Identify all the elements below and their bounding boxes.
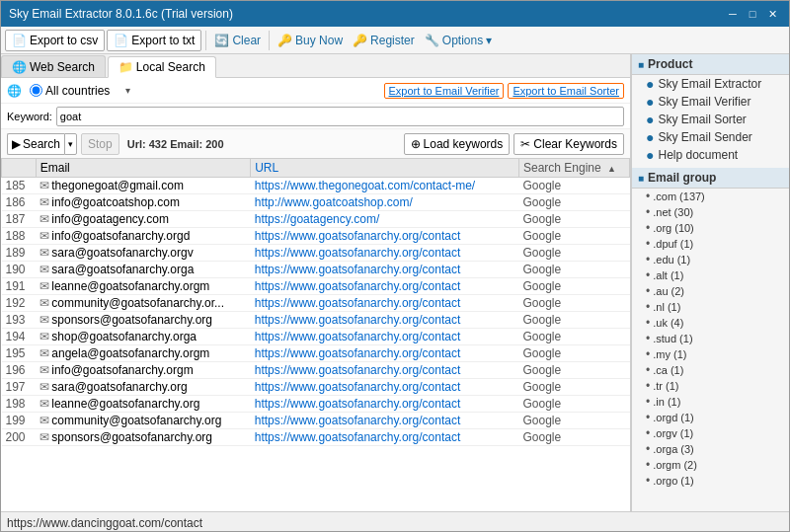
export-email-sorter-link[interactable]: Export to Email Sorter: [508, 83, 624, 99]
email-group-item[interactable]: •.orgd (1): [632, 410, 789, 425]
cell-url[interactable]: http://www.goatcoatshop.com/: [251, 194, 519, 211]
search-dropdown-button[interactable]: ▾: [64, 133, 77, 155]
email-group-item[interactable]: •.uk (4): [632, 315, 789, 331]
tab-local-search[interactable]: 📁 Local Search: [108, 56, 216, 78]
cell-url[interactable]: https://www.goatsofanarchy.org/contact: [251, 429, 519, 446]
export-email-verifier-link[interactable]: Export to Email Verifier: [384, 83, 505, 99]
table-row[interactable]: 193 ✉sponsors@goatsofanarchy.org https:/…: [2, 312, 630, 329]
stop-button[interactable]: Stop: [81, 133, 119, 155]
cell-url[interactable]: https://www.goatsofanarchy.org/contact: [251, 295, 519, 312]
email-group-item[interactable]: •.dpuf (1): [632, 236, 789, 252]
cell-url[interactable]: https://www.goatsofanarchy.org/contact: [251, 345, 519, 362]
buy-now-link[interactable]: 🔑 Buy Now: [274, 32, 347, 49]
cell-url[interactable]: https://www.goatsofanarchy.org/contact: [251, 312, 519, 329]
cell-url[interactable]: https://www.goatsofanarchy.org/contact: [251, 278, 519, 295]
email-group-item[interactable]: •.alt (1): [632, 267, 789, 283]
bullet-icon: •: [646, 379, 650, 393]
col-header-num[interactable]: [2, 159, 37, 178]
export-txt-button[interactable]: 📄 Export to txt: [107, 30, 201, 51]
cell-email: ✉info@goatagency.com: [36, 211, 250, 228]
email-group-item[interactable]: •.tr (1): [632, 378, 789, 394]
table-row[interactable]: 185 ✉thegonegoat@gmail.com https://www.t…: [2, 178, 630, 194]
cell-url[interactable]: https://goatagency.com/: [251, 211, 519, 228]
table-row[interactable]: 196 ✉info@goatsofanarchy.orgm https://ww…: [2, 362, 630, 379]
table-row[interactable]: 190 ✉sara@goatsofanarchy.orga https://ww…: [2, 262, 630, 278]
email-group-item[interactable]: •.orga (3): [632, 441, 789, 457]
cell-url[interactable]: https://www.thegonegoat.com/contact-me/: [251, 178, 519, 194]
tab-web-search[interactable]: 🌐 Web Search: [1, 55, 106, 77]
cell-url[interactable]: https://www.goatsofanarchy.org/contact: [251, 245, 519, 262]
table-row[interactable]: 192 ✉community@goatsofanarchy.or... http…: [2, 295, 630, 312]
all-countries-input[interactable]: [30, 84, 42, 97]
clear-link[interactable]: 🔄 Clear: [210, 32, 265, 49]
export-csv-button[interactable]: 📄 Export to csv: [5, 30, 105, 51]
table-row[interactable]: 195 ✉angela@goatsofanarchy.orgm https://…: [2, 345, 630, 362]
table-row[interactable]: 197 ✉sara@goatsofanarchy.org https://www…: [2, 379, 630, 396]
table-row[interactable]: 198 ✉leanne@goatsofanarchy.org https://w…: [2, 396, 630, 413]
cell-engine: Google: [518, 396, 629, 413]
bullet-icon: •: [646, 347, 650, 361]
email-group-item[interactable]: •.ca (1): [632, 362, 789, 378]
status-bar: https://www.dancinggoat.com/contact: [1, 511, 789, 532]
load-keywords-button[interactable]: ⊕ Load keywords: [404, 133, 511, 155]
table-row[interactable]: 187 ✉info@goatagency.com https://goatage…: [2, 211, 630, 228]
email-group-item[interactable]: •.com (137): [632, 189, 789, 204]
email-group-item[interactable]: •.nl (1): [632, 299, 789, 315]
email-group-item[interactable]: •.orgv (1): [632, 425, 789, 441]
bullet-icon: •: [646, 474, 650, 488]
cell-url[interactable]: https://www.goatsofanarchy.org/contact: [251, 329, 519, 345]
maximize-button[interactable]: □: [744, 5, 761, 23]
email-group-item[interactable]: •.net (30): [632, 204, 789, 220]
play-icon: ▶: [12, 137, 21, 151]
col-header-url[interactable]: URL: [251, 159, 519, 178]
close-button[interactable]: ✕: [763, 5, 781, 23]
cell-engine: Google: [518, 211, 629, 228]
email-group-item[interactable]: •.my (1): [632, 346, 789, 362]
clear-keywords-button[interactable]: ✂ Clear Keywords: [514, 133, 624, 155]
dropdown-arrow: ▾: [125, 85, 130, 96]
options-link[interactable]: 🔧 Options ▾: [421, 32, 496, 49]
col-header-engine[interactable]: Search Engine ▲: [518, 159, 629, 178]
app-title: Sky Email Extractor 8.0.1.6c (Trial vers…: [9, 7, 233, 21]
email-group-item[interactable]: •.in (1): [632, 394, 789, 410]
all-countries-radio[interactable]: All countries: [30, 84, 110, 98]
email-group-item[interactable]: •.au (2): [632, 283, 789, 299]
product-item[interactable]: ●Sky Email Extractor: [632, 75, 789, 93]
keyword-input[interactable]: [56, 107, 624, 126]
cell-url[interactable]: https://www.goatsofanarchy.org/contact: [251, 379, 519, 396]
bullet-icon: •: [646, 253, 650, 266]
product-item[interactable]: ●Sky Email Verifier: [632, 93, 789, 111]
cell-url[interactable]: https://www.goatsofanarchy.org/contact: [251, 262, 519, 278]
register-link[interactable]: 🔑 Register: [349, 32, 419, 49]
cell-num: 192: [2, 295, 37, 312]
table-row[interactable]: 188 ✉info@goatsofanarchy.orgd https://ww…: [2, 228, 630, 245]
email-group-item[interactable]: •.org (10): [632, 220, 789, 236]
bullet-icon: •: [646, 284, 650, 298]
product-item[interactable]: ●Sky Email Sorter: [632, 111, 789, 128]
email-group-item[interactable]: •.edu (1): [632, 252, 789, 267]
cell-engine: Google: [518, 228, 629, 245]
action-bar: ▶ Search ▾ Stop Url: 432 Email: 200 ⊕ Lo…: [1, 129, 630, 159]
email-group-item[interactable]: •.stud (1): [632, 331, 789, 346]
table-row[interactable]: 200 ✉sponsors@goatsofanarchy.org https:/…: [2, 429, 630, 446]
minimize-button[interactable]: ─: [724, 5, 742, 23]
product-item[interactable]: ●Sky Email Sender: [632, 128, 789, 146]
cell-url[interactable]: https://www.goatsofanarchy.org/contact: [251, 396, 519, 413]
cell-url[interactable]: https://www.goatsofanarchy.org/contact: [251, 228, 519, 245]
search-button[interactable]: ▶ Search: [7, 133, 64, 155]
cell-email: ✉leanne@goatsofanarchy.orgm: [36, 278, 250, 295]
col-header-email[interactable]: Email: [36, 159, 250, 178]
table-row[interactable]: 189 ✉sara@goatsofanarchy.orgv https://ww…: [2, 245, 630, 262]
product-item[interactable]: ●Help document: [632, 146, 789, 164]
table-row[interactable]: 194 ✉shop@goatsofanarchy.orga https://ww…: [2, 329, 630, 345]
table-row[interactable]: 199 ✉community@goatsofanarchy.org https:…: [2, 413, 630, 429]
table-row[interactable]: 186 ✉info@goatcoatshop.com http://www.go…: [2, 194, 630, 211]
email-group-item[interactable]: •.orgm (2): [632, 457, 789, 473]
cell-engine: Google: [518, 262, 629, 278]
cell-num: 197: [2, 379, 37, 396]
email-group-section-title: ■ Email group: [632, 168, 789, 189]
table-row[interactable]: 191 ✉leanne@goatsofanarchy.orgm https://…: [2, 278, 630, 295]
cell-url[interactable]: https://www.goatsofanarchy.org/contact: [251, 413, 519, 429]
cell-url[interactable]: https://www.goatsofanarchy.org/contact: [251, 362, 519, 379]
email-group-item[interactable]: •.orgo (1): [632, 473, 789, 489]
